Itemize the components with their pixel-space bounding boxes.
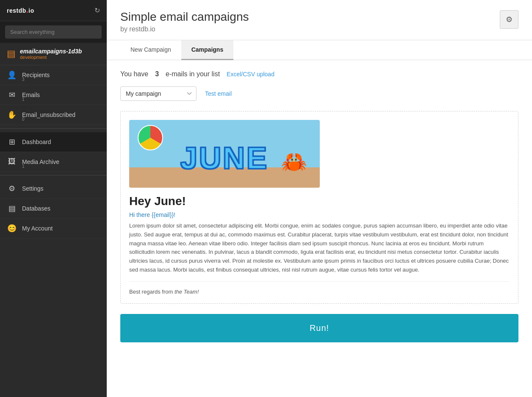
preview-heading: Hey June! <box>129 194 510 208</box>
settings-label: Settings <box>22 185 44 192</box>
sidebar-item-emails[interactable]: ✉ Emails 1 <box>0 85 107 105</box>
database-icon: ▤ <box>7 48 16 59</box>
emails-icon: ✉ <box>7 90 17 100</box>
run-button[interactable]: Run! <box>120 314 518 342</box>
search-box <box>0 21 107 43</box>
my-account-icon: 😊 <box>7 224 17 233</box>
media-archive-badge: 1 <box>22 164 25 169</box>
june-text: JUNE <box>180 141 269 175</box>
sidebar-header: restdb.io ↻ <box>0 0 107 21</box>
content-area: You have 3 e-mails in your list Excel/CS… <box>107 60 532 397</box>
sidebar-item-dashboard[interactable]: ⊞ Dashboard <box>0 132 107 152</box>
sidebar-item-my-account[interactable]: 😊 My Account <box>0 219 107 239</box>
search-input[interactable] <box>5 25 102 39</box>
sidebar-item-email-unsubscribed[interactable]: ✋ Email_unsubscribed 0 <box>0 105 107 125</box>
dashboard-label: Dashboard <box>22 139 51 145</box>
logo-dot: . <box>26 6 29 14</box>
gear-icon: ⚙ <box>506 15 513 24</box>
recipients-label: Recipients <box>22 72 50 78</box>
emails-label: Emails <box>22 92 40 98</box>
email-count-pre: You have <box>120 70 148 78</box>
test-email-link[interactable]: Test email <box>205 90 232 97</box>
preview-greeting: Hi there {{email}}! <box>129 211 510 218</box>
preview-footer: Best regards from the Team! <box>129 289 510 295</box>
database-name: emailcampaigns-1d3b <box>20 48 82 55</box>
upload-link[interactable]: Excel/CSV upload <box>227 71 274 78</box>
page-title: Simple email campaigns <box>120 10 518 24</box>
databases-icon: ▤ <box>7 204 17 213</box>
main-content: ⚙ Simple email campaigns by restdb.io Ne… <box>107 0 532 397</box>
sidebar: restdb.io ↻ ▤ emailcampaigns-1d3b develo… <box>0 0 107 397</box>
crab-graphic: 🦀 <box>281 150 307 174</box>
email-preview: JUNE 🦀 Hey June! Hi there {{email}}! Lor… <box>120 111 518 304</box>
database-env: development <box>20 55 82 60</box>
database-section[interactable]: ▤ emailcampaigns-1d3b development <box>0 43 107 65</box>
email-count-number: 3 <box>155 70 159 78</box>
tabs-bar: New Campaign Campaigns <box>107 40 532 60</box>
email-count-row: You have 3 e-mails in your list Excel/CS… <box>120 70 518 78</box>
refresh-icon[interactable]: ↻ <box>94 6 100 14</box>
preview-footer-pre: Best regards from <box>129 289 175 295</box>
unsubscribed-badge: 0 <box>22 117 25 122</box>
sidebar-divider-2 <box>0 175 107 175</box>
sidebar-item-databases[interactable]: ▤ Databases <box>0 199 107 219</box>
email-count-post: e-mails in your list <box>166 70 220 78</box>
header-area: ⚙ Simple email campaigns by restdb.io <box>120 10 518 33</box>
sidebar-item-recipients[interactable]: 👤 Recipients 3 <box>0 65 107 85</box>
dashboard-icon: ⊞ <box>7 137 17 147</box>
preview-body: Lorem ipsum dolor sit amet, consectetur … <box>129 222 510 275</box>
beach-ball-graphic <box>138 125 163 150</box>
databases-label: Databases <box>22 205 50 212</box>
campaign-dropdown[interactable]: My campaign <box>120 86 197 101</box>
settings-gear-button[interactable]: ⚙ <box>500 10 518 29</box>
tab-campaigns[interactable]: Campaigns <box>181 40 233 60</box>
preview-footer-em: the Team! <box>175 289 199 295</box>
recipients-icon: 👤 <box>7 70 17 80</box>
media-archive-label: Media Archive <box>22 158 59 165</box>
recipients-badge: 3 <box>22 77 25 82</box>
main-header: ⚙ Simple email campaigns by restdb.io <box>107 0 532 40</box>
my-account-label: My Account <box>22 225 53 232</box>
page-subtitle: by restdb.io <box>120 25 518 33</box>
sidebar-divider <box>0 128 107 129</box>
media-archive-icon: 🖼 <box>7 157 17 166</box>
database-info: emailcampaigns-1d3b development <box>20 48 82 60</box>
unsubscribed-label: Email_unsubscribed <box>22 111 75 118</box>
settings-icon: ⚙ <box>7 184 17 193</box>
unsubscribed-icon: ✋ <box>7 110 17 119</box>
june-banner-image: JUNE 🦀 <box>129 120 320 188</box>
campaign-select-row: My campaign Test email <box>120 86 518 101</box>
sidebar-item-settings[interactable]: ⚙ Settings <box>0 179 107 199</box>
emails-badge: 1 <box>22 97 25 102</box>
sidebar-item-media-archive[interactable]: 🖼 Media Archive 1 <box>0 152 107 172</box>
preview-image-container: JUNE 🦀 <box>129 120 510 188</box>
tab-new-campaign[interactable]: New Campaign <box>120 40 181 60</box>
sidebar-logo: restdb.io <box>7 6 34 15</box>
